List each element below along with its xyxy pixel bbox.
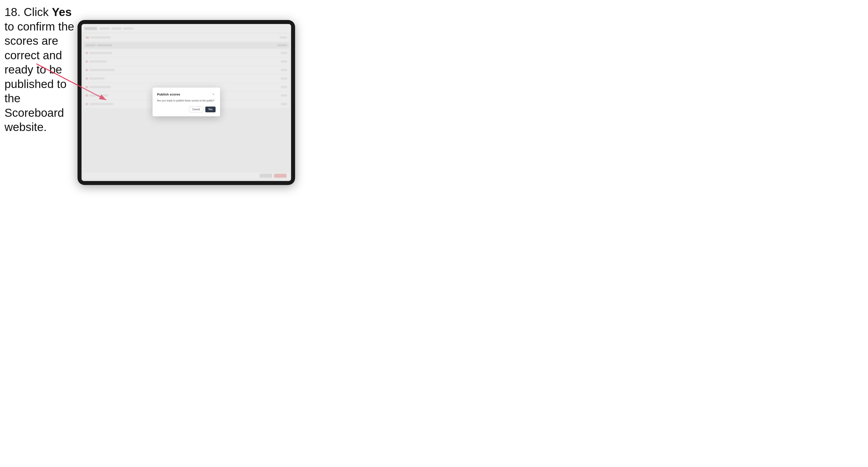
tablet-device: Publish scores × Are you ready to publis… xyxy=(78,20,295,185)
modal-close-button[interactable]: × xyxy=(211,92,216,96)
instruction-text: 18. Click Yes to confirm the scores are … xyxy=(4,5,77,134)
yes-button[interactable]: Yes xyxy=(205,106,216,112)
modal-header: Publish scores × xyxy=(157,92,216,96)
modal-title: Publish scores xyxy=(157,93,180,96)
modal-footer: Cancel Yes xyxy=(157,106,216,112)
tablet-screen: Publish scores × Are you ready to publis… xyxy=(82,24,291,181)
publish-scores-dialog: Publish scores × Are you ready to publis… xyxy=(153,88,220,116)
cancel-button[interactable]: Cancel xyxy=(189,106,203,112)
modal-body-text: Are you ready to publish these scores to… xyxy=(157,99,216,102)
